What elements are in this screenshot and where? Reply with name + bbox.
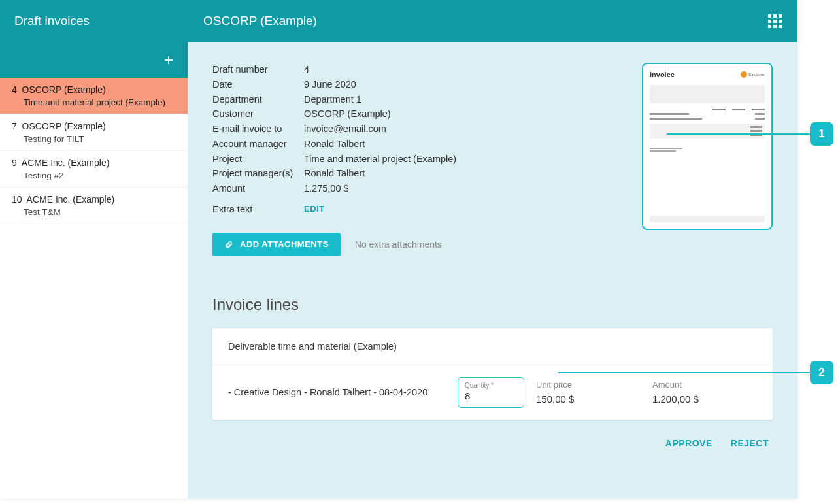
sidebar-item-title: 4 OSCORP (Example): [12, 84, 176, 95]
reject-button[interactable]: REJECT: [731, 438, 769, 448]
detail-key: Customer: [212, 107, 304, 122]
quantity-field-wrap: Quantity *: [458, 377, 524, 408]
invoice-preview[interactable]: Invoice Solutions: [642, 63, 773, 230]
detail-key: Draft number: [212, 63, 304, 77]
callout-badge-1: 1: [810, 122, 833, 146]
plus-icon[interactable]: +: [164, 51, 173, 69]
sidebar-item-sub: Testing #2: [12, 171, 176, 180]
invoice-details: Draft number4Date9 June 2020DepartmentDe…: [212, 63, 629, 256]
preview-logo: Solutions: [741, 71, 765, 78]
detail-key: Project manager(s): [212, 167, 304, 181]
invoice-list: 4 OSCORP (Example)Time and material proj…: [0, 78, 188, 499]
add-attachments-button[interactable]: ADD ATTACHMENTS: [212, 233, 341, 256]
sidebar-title: Draft invoices: [0, 0, 188, 42]
detail-row: CustomerOSCORP (Example): [212, 107, 629, 122]
sidebar-item-sub: Test T&M: [12, 207, 176, 217]
detail-value: Department 1: [304, 93, 361, 107]
lines-group-header: Deliverable time and material (Example): [212, 328, 773, 365]
detail-value: invoice@email.com: [304, 122, 386, 137]
line-description: - Creative Design - Ronald Talbert - 08-…: [228, 387, 446, 397]
action-row: APPROVE REJECT: [212, 438, 773, 448]
sidebar-item-sub: Time and material project (Example): [12, 97, 176, 107]
invoice-line-row: - Creative Design - Ronald Talbert - 08-…: [212, 365, 773, 420]
callout-badge-2: 2: [810, 361, 833, 384]
detail-row: Draft number4: [212, 63, 629, 77]
detail-row: ProjectTime and material project (Exampl…: [212, 152, 629, 167]
callout-connector: [558, 372, 810, 373]
detail-row: DepartmentDepartment 1: [212, 93, 629, 107]
approve-button[interactable]: APPROVE: [665, 438, 712, 448]
detail-row: E-mail invoice toinvoice@email.com: [212, 122, 629, 137]
extra-text-row: Extra text EDIT: [212, 204, 629, 214]
detail-row: Project manager(s)Ronald Talbert: [212, 167, 629, 181]
detail-key: Department: [212, 93, 304, 107]
amount-value: 1.200,00 $: [652, 394, 757, 405]
content: Draft number4Date9 June 2020DepartmentDe…: [188, 42, 797, 499]
detail-value: Ronald Talbert: [304, 167, 365, 181]
sidebar-item-title: 9 ACME Inc. (Example): [12, 158, 176, 168]
detail-row: Amount1.275,00 $: [212, 182, 629, 196]
detail-value: 4: [304, 63, 309, 77]
unit-price-label: Unit price: [536, 380, 641, 390]
main-header: OSCORP (Example): [188, 0, 797, 42]
sidebar: Draft invoices + 4 OSCORP (Example)Time …: [0, 0, 188, 499]
detail-key: Project: [212, 152, 304, 167]
sidebar-item[interactable]: 7 OSCORP (Example)Testing for TILT: [0, 114, 188, 151]
sidebar-item-title: 7 OSCORP (Example): [12, 121, 176, 131]
add-attachments-label: ADD ATTACHMENTS: [240, 239, 329, 249]
page-title: OSCORP (Example): [203, 14, 317, 28]
sidebar-item-title: 10 ACME Inc. (Example): [12, 194, 176, 205]
amount-label: Amount: [652, 380, 757, 390]
detail-key: Date: [212, 78, 304, 92]
quantity-label: Quantity *: [465, 382, 517, 389]
main: OSCORP (Example) Draft number4Date9 June…: [188, 0, 797, 499]
sidebar-item[interactable]: 10 ACME Inc. (Example)Test T&M: [0, 188, 188, 224]
detail-value: 1.275,00 $: [304, 182, 349, 196]
detail-row: Date9 June 2020: [212, 78, 629, 92]
edit-button[interactable]: EDIT: [304, 204, 325, 214]
sidebar-item-sub: Testing for TILT: [12, 134, 176, 144]
detail-key: E-mail invoice to: [212, 122, 304, 137]
callout-connector: [667, 133, 810, 135]
detail-value: OSCORP (Example): [304, 107, 391, 122]
sidebar-item[interactable]: 4 OSCORP (Example)Time and material proj…: [0, 78, 188, 114]
paperclip-icon: [224, 239, 233, 250]
unit-price-value: 150,00 $: [536, 394, 641, 405]
invoice-lines-card: Deliverable time and material (Example) …: [212, 328, 773, 420]
detail-value: Time and material project (Example): [304, 152, 456, 167]
detail-value: 9 June 2020: [304, 78, 356, 92]
detail-key: Amount: [212, 182, 304, 196]
detail-value: Ronald Talbert: [304, 137, 365, 152]
preview-title: Invoice: [650, 71, 675, 78]
detail-key: Account manager: [212, 137, 304, 152]
quantity-input[interactable]: [465, 389, 517, 403]
sidebar-add-row: +: [0, 42, 188, 78]
invoice-lines-title: Invoice lines: [212, 295, 773, 314]
no-attachments-text: No extra attachments: [355, 239, 442, 250]
extra-text-label: Extra text: [212, 204, 304, 214]
apps-grid-icon[interactable]: [768, 14, 782, 28]
sidebar-item[interactable]: 9 ACME Inc. (Example)Testing #2: [0, 151, 188, 188]
detail-row: Account managerRonald Talbert: [212, 137, 629, 152]
